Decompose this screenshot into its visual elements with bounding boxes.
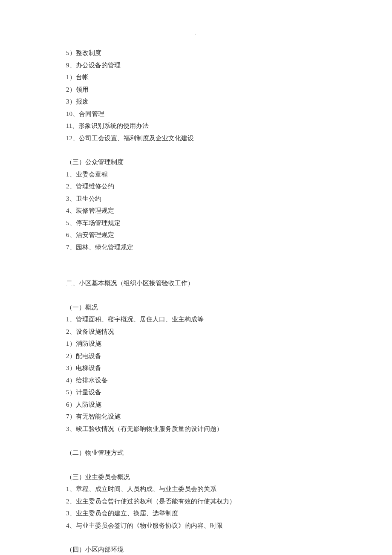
text-line: 1）消防设施 [66, 338, 326, 350]
text-line: 2）配电设备 [66, 350, 326, 362]
text-line: 12、公司工会设置、福利制度及企业文化建设 [66, 132, 326, 145]
text-line: 6、治安管理规定 [66, 229, 326, 241]
text-line: 2、业主委员会曾行使过的权利（是否能有效的行使其权力） [66, 495, 326, 508]
text-line: （三）公众管理制度 [66, 156, 326, 168]
blank-line [66, 532, 326, 543]
text-line: 7）有无智能化设施 [66, 410, 326, 423]
blank-line [66, 144, 326, 156]
text-line: 6）人防设施 [66, 399, 326, 411]
text-line: 5、停车场管理规定 [66, 217, 326, 229]
text-line: 3）报废 [66, 95, 326, 108]
text-line: 2、设备设施情况 [66, 326, 326, 338]
blank-line [66, 459, 326, 471]
text-line: 3、竣工验收情况（有无影响物业服务质量的设计问题） [66, 423, 326, 435]
text-line: 3、业主委员会的建立、换届、选举制度 [66, 507, 326, 520]
text-line: 4、装修管理规定 [66, 205, 326, 217]
text-line: 3、卫生公约 [66, 193, 326, 205]
text-line: 11、形象识别系统的使用办法 [66, 120, 326, 132]
text-line: 10、合同管理 [66, 108, 326, 120]
page-mark-top: . [195, 29, 196, 37]
text-line: （一）概况 [66, 301, 326, 314]
text-line: 1）台帐 [66, 71, 326, 84]
blank-gap [66, 253, 326, 277]
text-line: 1、管理面积、楼宇概况、居住人口、业主构成等 [66, 313, 326, 326]
text-line: 4）给排水设备 [66, 374, 326, 387]
text-line: 4、与业主委员会签订的《物业服务协议》的内容、时限 [66, 520, 326, 532]
text-line: （三）业主委员会概况 [66, 471, 326, 483]
text-line: 二、小区基本概况（组织小区接管验收工作） [66, 277, 326, 289]
text-line: 3）电梯设备 [66, 362, 326, 374]
page: . 5）整改制度 9、办公设备的管理 1）台帐 2）领用 3）报废 10、合同管… [0, 0, 392, 555]
text-line: 1、章程、成立时间、人员构成、与业主委员会的关系 [66, 483, 326, 495]
text-line: 2）领用 [66, 84, 326, 96]
text-line: （四）小区内部环境 [66, 543, 326, 555]
blank-line [66, 289, 326, 301]
blank-line [66, 435, 326, 447]
text-line: （二）物业管理方式 [66, 447, 326, 459]
text-line: 5）计量设备 [66, 386, 326, 399]
text-line: 9、办公设备的管理 [66, 59, 326, 72]
text-line: 5）整改制度 [66, 47, 326, 59]
text-line: 1、业委会章程 [66, 168, 326, 181]
text-line: 7、园林、绿化管理规定 [66, 241, 326, 254]
text-line: 2、管理维修公约 [66, 180, 326, 193]
